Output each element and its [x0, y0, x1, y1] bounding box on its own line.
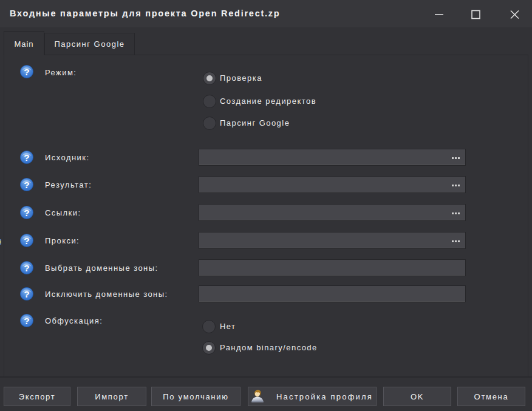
svg-text:?: ? — [24, 235, 29, 245]
svg-text:?: ? — [24, 315, 29, 325]
svg-text:?: ? — [24, 263, 29, 273]
svg-text:?: ? — [24, 179, 29, 189]
svg-text:?: ? — [24, 288, 29, 299]
svg-text:?: ? — [24, 152, 29, 163]
svg-text:?: ? — [24, 67, 29, 77]
svg-text:?: ? — [24, 207, 29, 217]
